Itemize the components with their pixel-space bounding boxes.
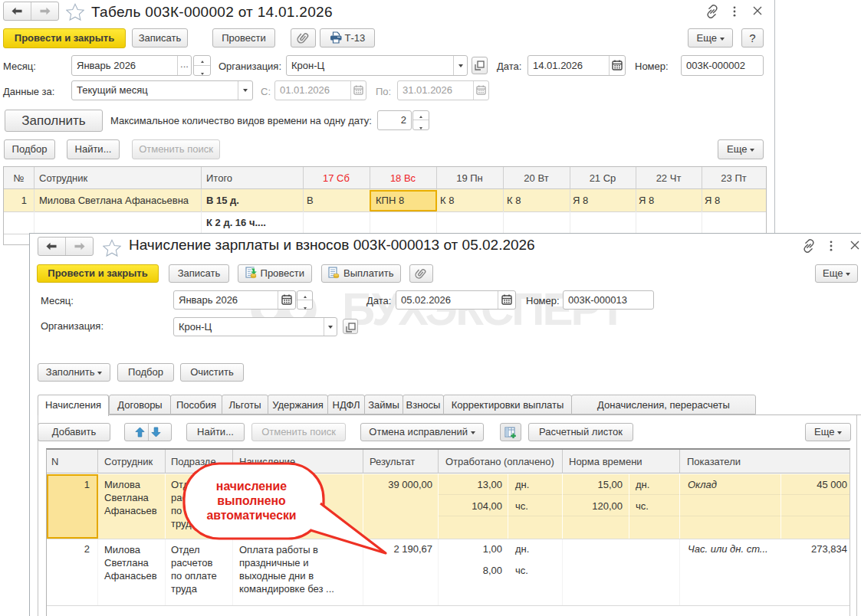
- svg-text:выполнено: выполнено: [217, 494, 286, 507]
- svg-text:начисление: начисление: [216, 480, 287, 493]
- svg-text:автоматически: автоматически: [206, 509, 296, 522]
